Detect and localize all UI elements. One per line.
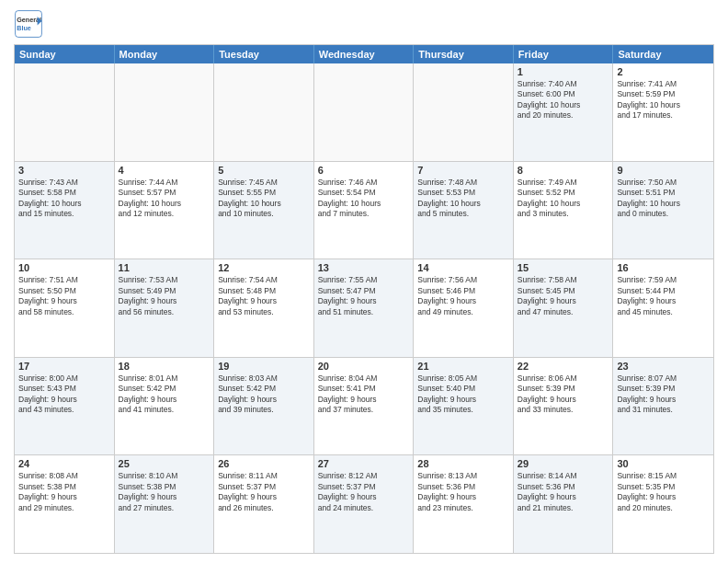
day-cell: [15, 63, 115, 161]
week-row: 10Sunrise: 7:51 AM Sunset: 5:50 PM Dayli…: [15, 259, 713, 357]
day-number: 28: [417, 458, 509, 469]
day-cell: 6Sunrise: 7:46 AM Sunset: 5:54 PM Daylig…: [314, 162, 415, 259]
day-info: Sunrise: 7:55 AM Sunset: 5:47 PM Dayligh…: [318, 275, 410, 317]
week-row: 1Sunrise: 7:40 AM Sunset: 6:00 PM Daylig…: [15, 63, 713, 161]
day-info: Sunrise: 8:01 AM Sunset: 5:42 PM Dayligh…: [119, 373, 210, 416]
day-number: 5: [218, 165, 310, 176]
day-number: 16: [617, 262, 710, 273]
day-cell: 9Sunrise: 7:50 AM Sunset: 5:51 PM Daylig…: [613, 162, 713, 259]
day-info: Sunrise: 7:40 AM Sunset: 6:00 PM Dayligh…: [518, 79, 609, 121]
day-info: Sunrise: 8:06 AM Sunset: 5:39 PM Dayligh…: [518, 373, 609, 416]
day-cell: 10Sunrise: 7:51 AM Sunset: 5:50 PM Dayli…: [15, 259, 115, 357]
day-cell: 4Sunrise: 7:44 AM Sunset: 5:57 PM Daylig…: [115, 162, 215, 259]
day-cell: 27Sunrise: 8:12 AM Sunset: 5:37 PM Dayli…: [314, 455, 415, 553]
day-cell: 25Sunrise: 8:10 AM Sunset: 5:38 PM Dayli…: [115, 455, 215, 553]
logo: General Blue: [14, 9, 43, 39]
day-number: 2: [617, 66, 710, 77]
day-cell: 30Sunrise: 8:15 AM Sunset: 5:35 PM Dayli…: [613, 455, 713, 553]
day-info: Sunrise: 8:03 AM Sunset: 5:42 PM Dayligh…: [218, 373, 310, 416]
day-cell: 29Sunrise: 8:14 AM Sunset: 5:36 PM Dayli…: [514, 455, 614, 553]
weekday-header: Friday: [514, 45, 614, 63]
day-cell: [314, 63, 415, 161]
day-number: 13: [318, 262, 410, 273]
day-number: 10: [18, 262, 110, 273]
header: General Blue: [14, 9, 714, 39]
day-number: 11: [119, 262, 210, 273]
day-info: Sunrise: 8:00 AM Sunset: 5:43 PM Dayligh…: [18, 373, 110, 416]
day-number: 4: [119, 165, 210, 176]
day-number: 6: [318, 165, 410, 176]
page: General Blue SundayMondayTuesdayWednesda…: [0, 0, 728, 563]
day-info: Sunrise: 7:46 AM Sunset: 5:54 PM Dayligh…: [318, 178, 410, 220]
day-number: 12: [218, 262, 310, 273]
day-number: 14: [417, 262, 509, 273]
day-cell: 14Sunrise: 7:56 AM Sunset: 5:46 PM Dayli…: [414, 259, 514, 357]
day-info: Sunrise: 7:51 AM Sunset: 5:50 PM Dayligh…: [18, 275, 110, 317]
day-cell: 5Sunrise: 7:45 AM Sunset: 5:55 PM Daylig…: [214, 162, 314, 259]
day-info: Sunrise: 7:41 AM Sunset: 5:59 PM Dayligh…: [617, 79, 710, 121]
day-cell: 15Sunrise: 7:58 AM Sunset: 5:45 PM Dayli…: [514, 259, 614, 357]
day-number: 19: [218, 361, 310, 372]
day-info: Sunrise: 8:04 AM Sunset: 5:41 PM Dayligh…: [318, 373, 410, 416]
day-cell: 26Sunrise: 8:11 AM Sunset: 5:37 PM Dayli…: [214, 455, 314, 553]
week-row: 24Sunrise: 8:08 AM Sunset: 5:38 PM Dayli…: [15, 454, 713, 553]
weekday-header: Sunday: [15, 45, 115, 63]
calendar-header: SundayMondayTuesdayWednesdayThursdayFrid…: [15, 45, 713, 63]
day-info: Sunrise: 7:58 AM Sunset: 5:45 PM Dayligh…: [518, 275, 609, 317]
weekday-header: Tuesday: [214, 45, 314, 63]
day-cell: 20Sunrise: 8:04 AM Sunset: 5:41 PM Dayli…: [314, 358, 415, 455]
day-number: 30: [617, 458, 710, 469]
calendar: SundayMondayTuesdayWednesdayThursdayFrid…: [14, 44, 714, 554]
day-number: 18: [119, 361, 210, 372]
day-cell: 23Sunrise: 8:07 AM Sunset: 5:39 PM Dayli…: [613, 358, 713, 455]
logo-icon: General Blue: [14, 9, 43, 39]
day-info: Sunrise: 8:14 AM Sunset: 5:36 PM Dayligh…: [518, 471, 609, 513]
day-number: 20: [318, 361, 410, 372]
day-number: 21: [417, 361, 509, 372]
day-cell: 17Sunrise: 8:00 AM Sunset: 5:43 PM Dayli…: [15, 358, 115, 455]
day-info: Sunrise: 8:08 AM Sunset: 5:38 PM Dayligh…: [18, 471, 110, 513]
day-cell: 11Sunrise: 7:53 AM Sunset: 5:49 PM Dayli…: [115, 259, 215, 357]
day-info: Sunrise: 7:49 AM Sunset: 5:52 PM Dayligh…: [518, 178, 609, 220]
day-info: Sunrise: 7:53 AM Sunset: 5:49 PM Dayligh…: [119, 275, 210, 317]
day-info: Sunrise: 7:50 AM Sunset: 5:51 PM Dayligh…: [617, 178, 710, 220]
day-info: Sunrise: 7:45 AM Sunset: 5:55 PM Dayligh…: [218, 178, 310, 220]
day-info: Sunrise: 8:11 AM Sunset: 5:37 PM Dayligh…: [218, 471, 310, 513]
day-cell: 28Sunrise: 8:13 AM Sunset: 5:36 PM Dayli…: [414, 455, 514, 553]
day-info: Sunrise: 8:12 AM Sunset: 5:37 PM Dayligh…: [318, 471, 410, 513]
day-cell: 8Sunrise: 7:49 AM Sunset: 5:52 PM Daylig…: [514, 162, 614, 259]
day-info: Sunrise: 8:07 AM Sunset: 5:39 PM Dayligh…: [617, 373, 710, 416]
day-info: Sunrise: 7:44 AM Sunset: 5:57 PM Dayligh…: [119, 178, 210, 220]
svg-text:Blue: Blue: [17, 24, 31, 32]
day-cell: 22Sunrise: 8:06 AM Sunset: 5:39 PM Dayli…: [514, 358, 614, 455]
day-number: 26: [218, 458, 310, 469]
day-cell: 7Sunrise: 7:48 AM Sunset: 5:53 PM Daylig…: [414, 162, 514, 259]
day-number: 1: [518, 66, 609, 77]
day-number: 8: [518, 165, 609, 176]
weekday-header: Saturday: [613, 45, 713, 63]
day-number: 9: [617, 165, 710, 176]
day-cell: 3Sunrise: 7:43 AM Sunset: 5:58 PM Daylig…: [15, 162, 115, 259]
day-info: Sunrise: 8:15 AM Sunset: 5:35 PM Dayligh…: [617, 471, 710, 513]
day-info: Sunrise: 7:56 AM Sunset: 5:46 PM Dayligh…: [417, 275, 509, 317]
weekday-header: Monday: [115, 45, 215, 63]
day-number: 24: [18, 458, 110, 469]
day-cell: [214, 63, 314, 161]
day-info: Sunrise: 8:10 AM Sunset: 5:38 PM Dayligh…: [119, 471, 210, 513]
weekday-header: Thursday: [414, 45, 514, 63]
day-number: 29: [518, 458, 609, 469]
weekday-header: Wednesday: [314, 45, 415, 63]
day-cell: [115, 63, 215, 161]
day-number: 7: [417, 165, 509, 176]
day-number: 27: [318, 458, 410, 469]
week-row: 17Sunrise: 8:00 AM Sunset: 5:43 PM Dayli…: [15, 357, 713, 455]
day-info: Sunrise: 8:05 AM Sunset: 5:40 PM Dayligh…: [417, 373, 509, 416]
day-number: 22: [518, 361, 609, 372]
day-cell: 2Sunrise: 7:41 AM Sunset: 5:59 PM Daylig…: [613, 63, 713, 161]
day-cell: 12Sunrise: 7:54 AM Sunset: 5:48 PM Dayli…: [214, 259, 314, 357]
day-cell: [414, 63, 514, 161]
day-number: 3: [18, 165, 110, 176]
day-number: 15: [518, 262, 609, 273]
day-info: Sunrise: 8:13 AM Sunset: 5:36 PM Dayligh…: [417, 471, 509, 513]
day-cell: 21Sunrise: 8:05 AM Sunset: 5:40 PM Dayli…: [414, 358, 514, 455]
